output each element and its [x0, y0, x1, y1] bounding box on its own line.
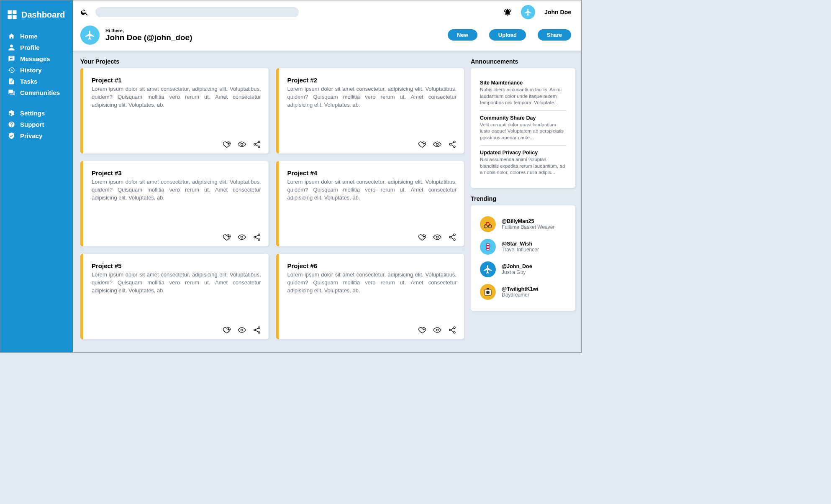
trending-handle: @TwilightK1wi — [502, 286, 539, 292]
announcement-body: Nisi assumenda animi voluptas blanditiis… — [480, 156, 566, 176]
share-icon[interactable] — [253, 326, 261, 334]
watch-icon[interactable] — [238, 326, 246, 334]
nav-primary: Home Profile Messages History Tasks Comm… — [0, 28, 73, 102]
favorite-icon[interactable] — [418, 140, 426, 148]
greeting-big: John Doe (@john_doe) — [105, 33, 192, 42]
share-icon[interactable] — [253, 233, 261, 241]
sidebar-item-tasks[interactable]: Tasks — [0, 76, 73, 87]
avatar[interactable] — [521, 5, 535, 19]
watch-icon[interactable] — [238, 140, 246, 148]
search-input[interactable] — [95, 7, 299, 17]
svg-point-6 — [449, 143, 451, 145]
sidebar: Dashboard Home Profile Messages History … — [0, 0, 73, 352]
announcement-item[interactable]: Community Share Day Velit corrupti dolor… — [480, 111, 566, 146]
svg-point-17 — [258, 327, 259, 328]
watch-icon[interactable] — [433, 233, 441, 241]
project-card[interactable]: Project #2 Lorem ipsum dolor sit amet co… — [276, 68, 464, 154]
svg-point-12 — [436, 236, 439, 238]
trending-avatar — [480, 216, 496, 232]
profile-icon — [8, 44, 15, 51]
svg-point-9 — [258, 234, 259, 235]
dashboard-icon — [6, 9, 18, 20]
avatar-large — [80, 26, 100, 45]
project-actions — [287, 230, 457, 241]
project-actions — [287, 137, 457, 148]
bell-icon[interactable] — [503, 8, 512, 16]
announcement-title: Updated Privacy Policy — [480, 150, 566, 156]
favorite-icon[interactable] — [418, 326, 426, 334]
project-card[interactable]: Project #6 Lorem ipsum dolor sit amet co… — [276, 254, 464, 339]
project-title: Project #2 — [287, 77, 457, 84]
watch-icon[interactable] — [433, 326, 441, 334]
watch-icon[interactable] — [238, 233, 246, 241]
project-title: Project #1 — [92, 77, 261, 84]
upload-button[interactable]: Upload — [489, 29, 526, 41]
trending-title: Trending — [471, 195, 575, 202]
favorite-icon[interactable] — [223, 233, 231, 241]
project-actions — [92, 322, 261, 334]
announcement-body: Nobis libero accusantium facilis. Animi … — [480, 87, 566, 106]
share-icon[interactable] — [253, 140, 261, 148]
trending-item[interactable]: @TwilightK1wi Daydreamer — [480, 281, 566, 303]
announcement-item[interactable]: Site Maintenance Nobis libero accusantiu… — [480, 76, 566, 111]
sidebar-item-history[interactable]: History — [0, 64, 73, 76]
trending-card: @BillyMan25 Fulltime Basket Weaver @Star… — [471, 205, 575, 311]
announcement-body: Velit corrupti dolor quasi laudantium iu… — [480, 122, 566, 141]
trending-item[interactable]: @BillyMan25 Fulltime Basket Weaver — [480, 213, 566, 235]
trending-handle: @BillyMan25 — [502, 218, 555, 224]
svg-point-8 — [241, 236, 243, 238]
brand[interactable]: Dashboard — [0, 7, 73, 25]
project-card[interactable]: Project #4 Lorem ipsum dolor sit amet co… — [276, 161, 464, 246]
project-title: Project #5 — [92, 262, 261, 269]
svg-point-4 — [436, 143, 439, 146]
nav-label: Messages — [20, 55, 50, 62]
search-icon[interactable] — [80, 8, 89, 16]
topbar: John Doe — [73, 0, 581, 23]
sidebar-item-home[interactable]: Home — [0, 31, 73, 42]
svg-point-20 — [436, 329, 439, 331]
svg-point-13 — [454, 234, 455, 235]
trending-avatar — [480, 284, 496, 300]
messages-icon — [8, 55, 15, 62]
share-icon[interactable] — [448, 140, 457, 148]
sidebar-item-support[interactable]: Support — [0, 119, 73, 130]
announcements-card: Site Maintenance Nobis libero accusantiu… — [471, 68, 575, 188]
nav-label: Settings — [20, 110, 45, 117]
project-actions — [287, 322, 457, 334]
sidebar-item-settings[interactable]: Settings — [0, 107, 73, 119]
announcement-item[interactable]: Updated Privacy Policy Nisi assumenda an… — [480, 146, 566, 180]
sidebar-item-profile[interactable]: Profile — [0, 42, 73, 53]
sidebar-item-privacy[interactable]: Privacy — [0, 130, 73, 141]
svg-point-30 — [486, 291, 490, 294]
share-icon[interactable] — [448, 233, 457, 241]
trending-item[interactable]: @Star_Wish Travel Influencer — [480, 235, 566, 258]
favorite-icon[interactable] — [223, 140, 231, 148]
svg-rect-28 — [487, 248, 489, 249]
plane-icon — [85, 30, 95, 41]
nav-label: Privacy — [20, 132, 42, 139]
share-button[interactable]: Share — [538, 29, 571, 41]
favorite-icon[interactable] — [418, 233, 426, 241]
project-actions — [92, 230, 261, 241]
sidebar-item-communities[interactable]: Communities — [0, 87, 73, 98]
svg-rect-26 — [487, 243, 489, 250]
svg-point-1 — [258, 141, 259, 143]
project-card[interactable]: Project #3 Lorem ipsum dolor sit amet co… — [80, 161, 269, 246]
new-button[interactable]: New — [448, 29, 477, 41]
trending-item[interactable]: @John_Doe Just a Guy — [480, 258, 566, 281]
plane-icon — [524, 8, 532, 16]
projects-section: Your Projects Project #1 Lorem ipsum dol… — [80, 58, 464, 342]
project-card[interactable]: Project #1 Lorem ipsum dolor sit amet co… — [80, 68, 269, 154]
sidebar-item-messages[interactable]: Messages — [0, 53, 73, 64]
home-icon — [8, 33, 15, 40]
share-icon[interactable] — [448, 326, 457, 334]
watch-icon[interactable] — [433, 140, 441, 148]
nav-label: Home — [20, 33, 38, 40]
main: Your Projects Project #1 Lorem ipsum dol… — [73, 51, 581, 352]
svg-point-2 — [254, 143, 255, 145]
trending-avatar — [480, 261, 496, 277]
project-card[interactable]: Project #5 Lorem ipsum dolor sit amet co… — [80, 254, 269, 339]
aside: Announcements Site Maintenance Nobis lib… — [471, 58, 575, 342]
announcement-title: Site Maintenance — [480, 80, 566, 86]
favorite-icon[interactable] — [223, 326, 231, 334]
